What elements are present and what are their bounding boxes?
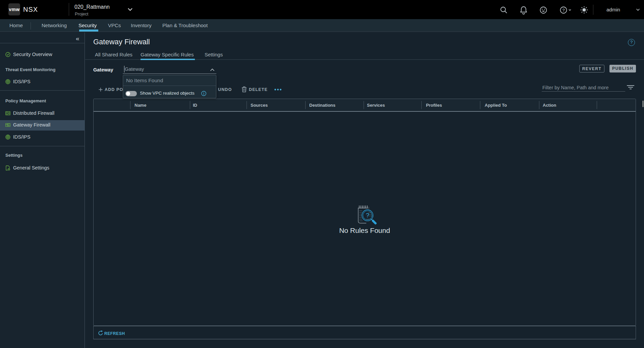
svg-text:?: ? (562, 8, 565, 13)
svg-text:?: ? (366, 212, 369, 219)
